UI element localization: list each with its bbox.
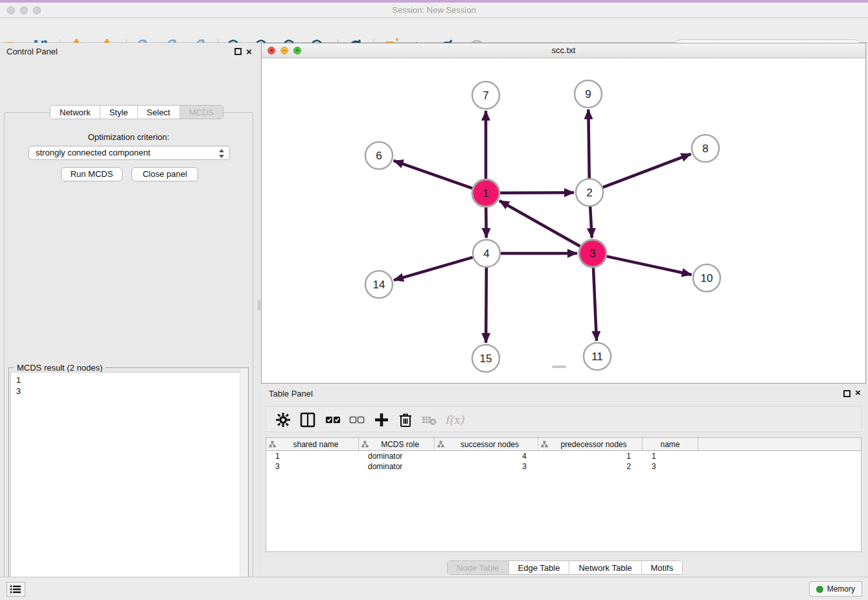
graph-node-14[interactable]: 14 <box>365 271 393 298</box>
node-label: 9 <box>585 88 591 100</box>
edge-1-4[interactable] <box>486 207 486 238</box>
result-scrollbar[interactable] <box>240 369 247 600</box>
network-graph-canvas[interactable]: 1234678910111415 <box>262 58 865 383</box>
window-titlebar: Session: New Session <box>0 3 868 18</box>
graph-node-2[interactable]: 2 <box>576 179 603 206</box>
deselect-all-rows-icon[interactable] <box>349 412 365 428</box>
graph-node-10[interactable]: 10 <box>693 264 720 292</box>
graph-node-7[interactable]: 7 <box>472 82 499 109</box>
tab-style[interactable]: Style <box>100 106 137 119</box>
graph-node-15[interactable]: 15 <box>472 345 499 372</box>
control-panel-header: Control Panel × <box>0 43 257 61</box>
column-header-label: name <box>645 440 695 449</box>
tab-motifs[interactable]: Motifs <box>641 561 683 574</box>
column-type-icon <box>437 441 444 448</box>
network-window-minimize-button[interactable]: − <box>280 47 288 54</box>
status-menu-button[interactable] <box>6 582 25 597</box>
node-label: 4 <box>483 248 489 260</box>
table-row[interactable]: 1dominator411 <box>266 451 861 461</box>
graph-node-6[interactable]: 6 <box>365 142 393 169</box>
float-panel-icon[interactable] <box>234 48 242 55</box>
float-table-panel-icon[interactable] <box>843 390 851 397</box>
network-hscroll-thumb[interactable] <box>552 365 566 368</box>
column-header-MCDS-role[interactable]: MCDS role <box>359 438 435 450</box>
edge-3-11[interactable] <box>593 268 597 341</box>
cell-successor-nodes[interactable]: 4 <box>435 451 538 461</box>
edge-1-6[interactable] <box>394 161 473 189</box>
tab-node-table[interactable]: Node Table <box>448 561 508 574</box>
table-header-row: shared nameMCDS rolesuccessor nodesprede… <box>266 438 861 451</box>
cell-MCDS-role[interactable]: dominator <box>359 461 435 472</box>
table-row[interactable]: 3dominator323 <box>266 461 861 472</box>
graph-edges <box>394 110 692 343</box>
network-window-title: scc.txt <box>262 43 865 58</box>
edge-2-8[interactable] <box>603 154 691 188</box>
close-panel-button[interactable]: Close panel <box>131 167 198 181</box>
cell-shared-name[interactable]: 3 <box>266 461 359 472</box>
graph-node-4[interactable]: 4 <box>473 240 500 267</box>
edge-2-3[interactable] <box>590 207 592 238</box>
delete-column-icon[interactable] <box>398 412 413 428</box>
memory-button[interactable]: Memory <box>809 581 862 597</box>
edge-3-1[interactable] <box>499 201 580 246</box>
select-all-rows-icon[interactable] <box>325 412 341 428</box>
graph-node-3[interactable]: 3 <box>579 240 606 267</box>
node-label: 10 <box>701 272 713 284</box>
tab-network[interactable]: Network <box>51 106 100 119</box>
tab-select[interactable]: Select <box>137 106 179 119</box>
mcds-result-group: MCDS result (2 nodes) 1 3 <box>8 367 249 600</box>
graph-node-8[interactable]: 8 <box>692 135 719 162</box>
window-close-button[interactable] <box>7 6 15 14</box>
edge-4-15[interactable] <box>486 268 486 343</box>
splitter-grip[interactable] <box>258 300 260 310</box>
graph-node-11[interactable]: 11 <box>584 343 611 370</box>
cell-MCDS-role[interactable]: dominator <box>359 451 435 461</box>
table-panel-tabs: Node TableEdge TableNetwork TableMotifs <box>447 560 683 575</box>
cell-name[interactable]: 3 <box>643 461 698 472</box>
edge-3-10[interactable] <box>607 257 692 275</box>
edge-4-14[interactable] <box>394 257 473 280</box>
table-toolbar: f(x) <box>266 406 862 432</box>
network-window-close-button[interactable]: × <box>268 47 275 54</box>
window-zoom-button[interactable] <box>33 6 41 14</box>
graph-node-1[interactable]: 1 <box>472 179 499 207</box>
column-header-name[interactable]: name <box>643 438 698 450</box>
show-columns-icon[interactable] <box>300 412 315 428</box>
node-label: 8 <box>702 143 708 155</box>
criterion-dropdown[interactable]: strongly connected component <box>29 146 230 160</box>
table-settings-icon[interactable] <box>275 412 291 428</box>
apply-function-icon[interactable]: f(x) <box>445 412 467 428</box>
memory-status-icon <box>816 586 823 593</box>
run-mcds-button[interactable]: Run MCDS <box>61 167 122 181</box>
table-panel: Table Panel × <box>261 384 866 577</box>
delete-table-icon[interactable] <box>422 412 437 428</box>
edge-2-9[interactable] <box>588 110 589 178</box>
cell-name[interactable]: 1 <box>643 451 698 461</box>
cell-successor-nodes[interactable]: 3 <box>435 461 538 472</box>
cell-shared-name[interactable]: 1 <box>266 451 359 461</box>
column-header-predecessor-nodes[interactable]: predecessor nodes <box>538 438 643 450</box>
close-table-panel-icon[interactable]: × <box>855 389 861 396</box>
close-panel-icon[interactable]: × <box>246 48 252 55</box>
edge-1-2[interactable] <box>500 192 574 193</box>
node-table[interactable]: shared nameMCDS rolesuccessor nodesprede… <box>266 437 862 552</box>
column-type-icon <box>541 441 548 448</box>
column-header-successor-nodes[interactable]: successor nodes <box>435 438 538 450</box>
add-column-icon[interactable] <box>374 412 389 428</box>
tab-mcds[interactable]: MCDS <box>179 106 223 119</box>
graph-node-9[interactable]: 9 <box>575 80 602 108</box>
node-label: 1 <box>483 187 488 200</box>
window-minimize-button[interactable] <box>20 6 28 14</box>
network-window-zoom-button[interactable]: + <box>293 47 301 54</box>
cell-predecessor-nodes[interactable]: 1 <box>538 451 643 461</box>
tab-network-table[interactable]: Network Table <box>569 561 641 574</box>
column-header-shared-name[interactable]: shared name <box>266 438 359 450</box>
column-header-label: predecessor nodes <box>548 440 639 449</box>
cell-predecessor-nodes[interactable]: 2 <box>538 461 643 472</box>
table-panel-title: Table Panel <box>269 389 313 398</box>
mcds-result-title: MCDS result (2 nodes) <box>14 363 105 373</box>
criterion-dropdown-value: strongly connected component <box>36 148 150 157</box>
mcds-result-textarea[interactable]: 1 3 <box>10 372 247 600</box>
tab-edge-table[interactable]: Edge Table <box>508 561 569 574</box>
node-label: 6 <box>376 150 382 162</box>
